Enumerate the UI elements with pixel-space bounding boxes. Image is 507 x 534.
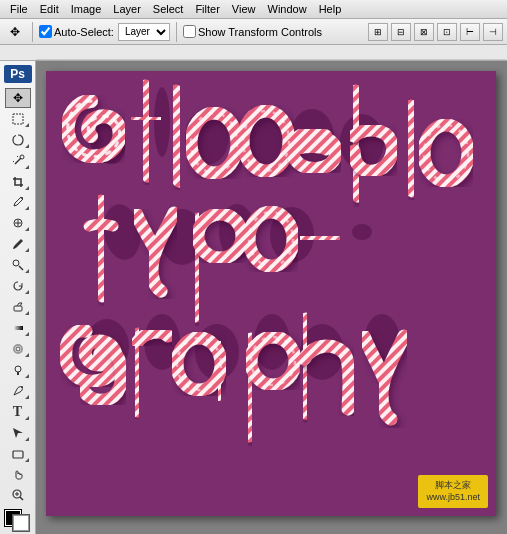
watermark: 脚本之家 www.jb51.net (418, 475, 488, 508)
tool-eraser[interactable] (5, 297, 31, 317)
svg-point-32 (352, 224, 372, 240)
tool-path-select[interactable] (5, 423, 31, 443)
menu-select[interactable]: Select (147, 1, 190, 17)
ruler-top: 300 400 500 600 700 800 900 1000 1100 12… (0, 45, 507, 61)
left-toolbar: Ps ✥ (0, 61, 36, 534)
menu-view[interactable]: View (226, 1, 262, 17)
candy-text-svg (46, 71, 496, 516)
tool-type[interactable]: T (5, 402, 31, 422)
toolbar-right: ⊞ ⊟ ⊠ ⊡ ⊢ ⊣ (368, 23, 503, 41)
menu-file[interactable]: File (4, 1, 34, 17)
tool-brush[interactable] (5, 234, 31, 254)
ps-canvas: 脚本之家 www.jb51.net (46, 71, 496, 516)
ps-logo: Ps (4, 65, 32, 83)
svg-point-15 (21, 386, 23, 388)
canvas-area: 脚本之家 www.jb51.net (36, 61, 507, 534)
tool-blur[interactable] (5, 339, 31, 359)
align-btn-4[interactable]: ⊡ (437, 23, 457, 41)
tool-marquee[interactable] (5, 109, 31, 129)
svg-line-18 (20, 497, 23, 500)
align-btn-1[interactable]: ⊞ (368, 23, 388, 41)
color-swatches[interactable] (5, 510, 31, 530)
svg-point-8 (13, 260, 19, 266)
svg-point-12 (16, 347, 20, 351)
svg-point-11 (14, 345, 22, 353)
tool-gradient[interactable] (5, 318, 31, 338)
show-transform-label: Show Transform Controls (183, 25, 322, 38)
svg-point-3 (20, 155, 24, 159)
svg-point-4 (21, 197, 23, 199)
show-transform-checkbox[interactable] (183, 25, 196, 38)
align-btn-3[interactable]: ⊠ (414, 23, 434, 41)
tool-healing[interactable] (5, 213, 31, 233)
menu-image[interactable]: Image (65, 1, 108, 17)
tool-magic-wand[interactable] (5, 151, 31, 171)
svg-rect-9 (14, 306, 22, 311)
auto-select-label: Auto-Select: (39, 25, 114, 38)
ruler-ticks-svg: /* ticks drawn in JS below */ (36, 45, 506, 60)
menu-layer[interactable]: Layer (107, 1, 147, 17)
toolbar-divider-2 (176, 22, 177, 42)
menu-window[interactable]: Window (262, 1, 313, 17)
align-btn-6[interactable]: ⊣ (483, 23, 503, 41)
svg-point-13 (15, 366, 21, 372)
svg-rect-16 (13, 451, 23, 458)
main-area: Ps ✥ (0, 61, 507, 534)
menu-bar: File Edit Image Layer Select Filter View… (0, 0, 507, 19)
tool-clone[interactable] (5, 255, 31, 275)
svg-rect-0 (36, 45, 506, 60)
tool-shape[interactable] (5, 444, 31, 464)
tool-move[interactable]: ✥ (5, 88, 31, 108)
tool-hand[interactable] (5, 465, 31, 485)
auto-select-checkbox[interactable] (39, 25, 52, 38)
align-btn-2[interactable]: ⊟ (391, 23, 411, 41)
menu-edit[interactable]: Edit (34, 1, 65, 17)
tool-pen[interactable] (5, 381, 31, 401)
toolbar-divider-1 (32, 22, 33, 42)
tool-eyedropper[interactable] (5, 193, 31, 213)
move-tool-icon[interactable]: ✥ (4, 21, 26, 43)
tool-zoom[interactable] (5, 485, 31, 505)
tool-history[interactable] (5, 276, 31, 296)
align-btn-5[interactable]: ⊢ (460, 23, 480, 41)
layer-select[interactable]: Layer (118, 23, 170, 41)
watermark-line1: 脚本之家 (426, 479, 480, 492)
toolbar: ✥ Auto-Select: Layer Show Transform Cont… (0, 19, 507, 45)
watermark-line2: www.jb51.net (426, 491, 480, 504)
tool-dodge[interactable] (5, 360, 31, 380)
svg-rect-2 (13, 114, 23, 124)
menu-filter[interactable]: Filter (189, 1, 225, 17)
tool-crop[interactable] (5, 172, 31, 192)
menu-help[interactable]: Help (313, 1, 348, 17)
svg-rect-10 (13, 326, 23, 330)
tool-lasso[interactable] (5, 130, 31, 150)
